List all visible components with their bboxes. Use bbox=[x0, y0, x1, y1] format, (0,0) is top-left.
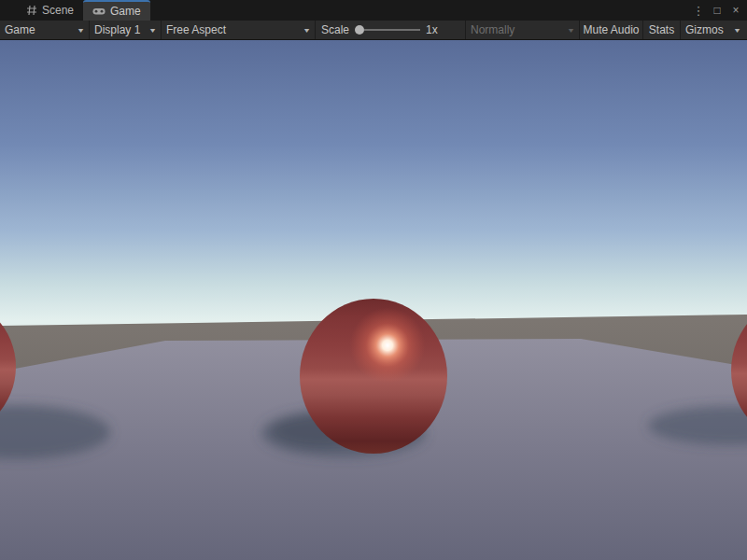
tab-bar-flex-space bbox=[150, 0, 691, 21]
aspect-ratio-dropdown-label: Free Aspect bbox=[166, 23, 226, 36]
close-icon[interactable]: × bbox=[728, 2, 743, 19]
display-dropdown[interactable]: Display 1 ▼ bbox=[90, 21, 162, 39]
scale-label: Scale bbox=[321, 23, 349, 36]
tab-game[interactable]: Game bbox=[83, 0, 150, 21]
chevron-down-icon: ▼ bbox=[77, 27, 85, 34]
window-controls: ⋮ □ × bbox=[691, 0, 747, 21]
mute-audio-button[interactable]: Mute Audio bbox=[580, 21, 643, 39]
game-view-toolbar: Game ▼ Display 1 ▼ Free Aspect ▼ Scale 1… bbox=[0, 21, 747, 40]
chevron-down-icon: ▼ bbox=[303, 27, 311, 34]
scale-slider[interactable] bbox=[355, 21, 420, 39]
stats-label: Stats bbox=[649, 23, 674, 36]
display-dropdown-label: Display 1 bbox=[94, 23, 140, 36]
gizmos-dropdown[interactable]: Gizmos ▼ bbox=[681, 21, 747, 39]
tab-scene[interactable]: Scene bbox=[17, 0, 83, 21]
grid-icon bbox=[26, 5, 37, 16]
scale-value: 1x bbox=[426, 23, 438, 36]
game-viewport[interactable] bbox=[0, 40, 747, 560]
mute-audio-label: Mute Audio bbox=[583, 23, 639, 36]
scale-section: Scale 1x bbox=[316, 21, 465, 39]
enter-play-mode-label: Normally bbox=[471, 23, 514, 36]
scale-slider-track[interactable] bbox=[364, 29, 420, 31]
game-view-dropdown-label: Game bbox=[5, 23, 35, 36]
aspect-ratio-dropdown[interactable]: Free Aspect ▼ bbox=[162, 21, 316, 39]
gizmos-label: Gizmos bbox=[685, 23, 724, 36]
tab-scene-label: Scene bbox=[42, 4, 74, 17]
gamepad-icon bbox=[92, 7, 106, 16]
enter-play-mode-dropdown[interactable]: Normally ▼ bbox=[465, 21, 580, 39]
chevron-down-icon: ▼ bbox=[733, 27, 741, 34]
game-view-dropdown[interactable]: Game ▼ bbox=[0, 21, 90, 39]
scale-slider-knob[interactable] bbox=[355, 25, 364, 35]
stats-button[interactable]: Stats bbox=[643, 21, 681, 39]
tab-bar-spacer bbox=[0, 0, 17, 21]
kebab-menu-icon[interactable]: ⋮ bbox=[691, 2, 706, 19]
maximize-icon[interactable]: □ bbox=[710, 2, 725, 19]
chevron-down-icon: ▼ bbox=[148, 27, 157, 34]
tab-game-label: Game bbox=[110, 5, 141, 18]
chevron-down-icon: ▼ bbox=[567, 27, 575, 34]
panel-tab-bar: Scene Game ⋮ □ × bbox=[0, 0, 747, 21]
